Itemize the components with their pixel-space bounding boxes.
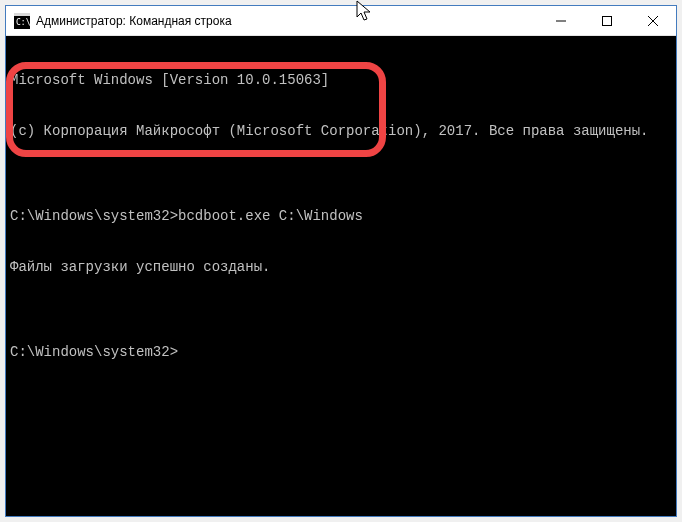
terminal-prompt: C:\Windows\system32>	[10, 344, 672, 361]
close-button[interactable]	[630, 6, 676, 35]
terminal-line: Microsoft Windows [Version 10.0.15063]	[10, 72, 672, 89]
svg-rect-4	[603, 16, 612, 25]
svg-text:C:\: C:\	[16, 18, 30, 27]
cmd-icon: C:\	[14, 13, 30, 29]
minimize-button[interactable]	[538, 6, 584, 35]
window-title: Администратор: Командная строка	[36, 14, 538, 28]
terminal-line: Файлы загрузки успешно созданы.	[10, 259, 672, 276]
maximize-button[interactable]	[584, 6, 630, 35]
titlebar[interactable]: C:\ Администратор: Командная строка	[6, 6, 676, 36]
terminal-line: C:\Windows\system32>bcdboot.exe C:\Windo…	[10, 208, 672, 225]
window-controls	[538, 6, 676, 35]
terminal-output[interactable]: Microsoft Windows [Version 10.0.15063] (…	[6, 36, 676, 516]
svg-rect-1	[14, 13, 30, 16]
terminal-line: (c) Корпорация Майкрософт (Microsoft Cor…	[10, 123, 672, 140]
command-prompt-window: C:\ Администратор: Командная строка Micr…	[5, 5, 677, 517]
